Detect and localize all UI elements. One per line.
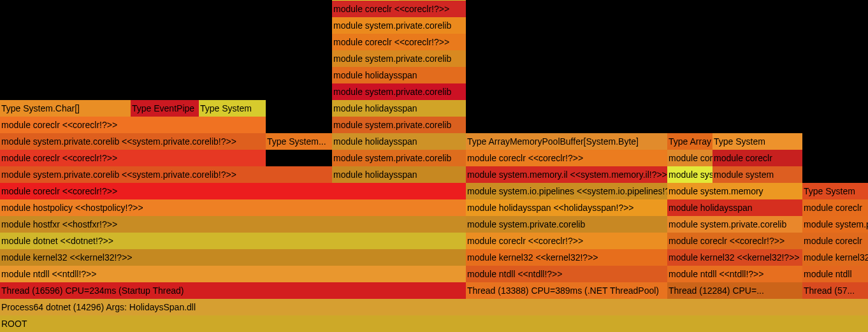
flame-frame[interactable]: Type ArrayMemoryPoolBuffer[System.Byte] [466, 133, 667, 150]
flame-frame[interactable]: Type System [199, 100, 266, 117]
flame-frame[interactable]: module coreclr [802, 199, 868, 216]
flame-frame[interactable]: module kernel32 <<kernel32!?>> [667, 249, 802, 266]
flame-frame[interactable]: Type EventPipe [131, 100, 199, 117]
flame-frame[interactable]: module ntdll <<ntdll!?>> [667, 266, 802, 282]
flame-frame[interactable]: module ntdll <<ntdll!?>> [466, 266, 667, 282]
flame-frame[interactable]: Thread (16596) CPU=234ms (Startup Thread… [0, 282, 466, 299]
flame-frame[interactable]: module coreclr [802, 233, 868, 249]
flame-frame[interactable]: module kernel32 [802, 249, 868, 266]
flame-frame[interactable]: module ntdll [802, 266, 868, 282]
flame-frame[interactable]: module system.private.corelib [466, 216, 667, 233]
flame-frame[interactable]: Type System [802, 183, 868, 199]
flame-frame[interactable]: module holidaysspan [332, 133, 466, 150]
flame-frame[interactable]: module coreclr <<coreclr!?>> [0, 117, 266, 133]
flame-frame[interactable]: Type Array [667, 133, 712, 150]
flame-frame[interactable]: module holidaysspan [667, 199, 802, 216]
flame-frame[interactable]: module system.private [802, 216, 868, 233]
flame-frame[interactable]: module system.private.corelib <<system.p… [0, 166, 332, 183]
flame-frame[interactable]: module system [712, 166, 802, 183]
flame-frame[interactable]: module system.private.corelib [332, 150, 466, 166]
flame-frame[interactable]: Process64 dotnet (14296) Args: HolidaysS… [0, 299, 868, 315]
flame-frame[interactable]: module hostpolicy <<hostpolicy!?>> [0, 199, 466, 216]
flame-frame[interactable]: module system.memory [667, 183, 802, 199]
flame-frame[interactable]: module system.private.corelib <<system.p… [0, 133, 266, 150]
flame-frame[interactable]: module coreclr <<coreclr!?>> [0, 150, 266, 166]
flame-frame[interactable]: module holidaysspan [332, 166, 466, 183]
flame-frame[interactable]: module holidaysspan [332, 100, 466, 117]
flame-frame[interactable]: module hostfxr <<hostfxr!?>> [0, 216, 466, 233]
flame-frame[interactable]: module coreclr <<coreclr!?>> [332, 1, 466, 17]
flame-frame[interactable]: module system.private.corelib [332, 117, 466, 133]
flame-frame[interactable]: module coreclr <<coreclr!?>> [466, 150, 667, 166]
flame-frame[interactable]: module dotnet <<dotnet!?>> [0, 233, 466, 249]
flame-frame[interactable]: Thread (57... [802, 282, 868, 299]
flame-frame[interactable]: ROOT [0, 315, 868, 332]
flame-frame[interactable]: Type System... [266, 133, 332, 150]
flame-frame[interactable]: module system.io.pipelines <<system.io.p… [466, 183, 667, 199]
flame-frame[interactable]: module kernel32 <<kernel32!?>> [0, 249, 466, 266]
flame-frame[interactable]: Type System [399, 0, 466, 1]
flame-frame[interactable]: Thread (13388) CPU=389ms (.NET ThreadPoo… [466, 282, 667, 299]
flame-frame[interactable]: module system.private.corelib [332, 50, 466, 67]
flame-frame[interactable]: Type System.Char[] [0, 100, 131, 117]
flame-frame[interactable]: module system.private.corelib [332, 17, 466, 34]
flame-frame[interactable]: Type System [712, 133, 802, 150]
flame-frame[interactable]: module coreclr [712, 150, 802, 166]
flame-frame[interactable]: module system [667, 166, 712, 183]
flame-frame[interactable]: module system.private.corelib [667, 216, 802, 233]
flame-frame[interactable]: module system.private.corelib [332, 83, 466, 100]
flame-frame[interactable]: module kernel32 <<kernel32!?>> [466, 249, 667, 266]
flamegraph-stage: ROOTProcess64 dotnet (14296) Args: Holid… [0, 0, 868, 332]
flame-frame[interactable]: Thread (12284) CPU=... [667, 282, 802, 299]
flame-frame[interactable]: module coreclr <<coreclr!?>> [0, 183, 466, 199]
flame-frame[interactable]: module coreclr <<coreclr!?>> [332, 34, 466, 50]
flame-frame[interactable]: module coreclr [667, 150, 712, 166]
flame-frame[interactable]: module coreclr <<coreclr!?>> [667, 233, 802, 249]
flame-frame[interactable]: module ntdll <<ntdll!?>> [0, 266, 466, 282]
flame-frame[interactable]: module holidaysspan [332, 67, 466, 83]
flame-frame[interactable]: module system.memory.il <<system.memory.… [466, 166, 667, 183]
flame-frame[interactable]: module coreclr <<coreclr!?>> [466, 233, 667, 249]
flame-frame[interactable]: Type System [332, 0, 399, 1]
flame-frame[interactable]: module holidaysspan <<holidaysspan!?>> [466, 199, 667, 216]
